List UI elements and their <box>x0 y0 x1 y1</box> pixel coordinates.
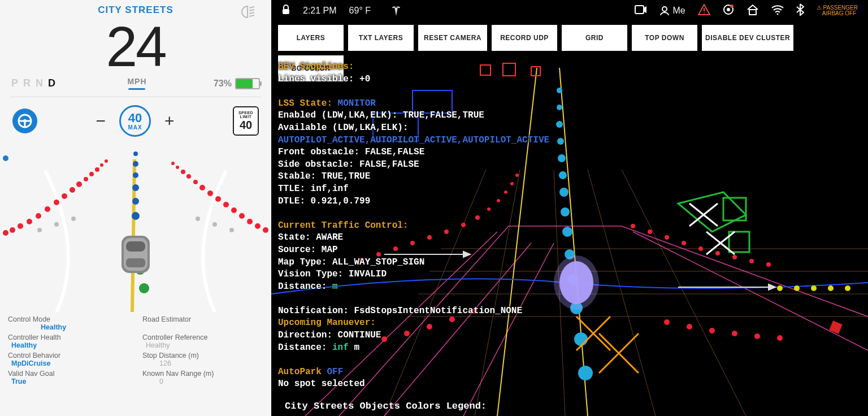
warning-icon[interactable] <box>698 4 710 18</box>
lss-state-header: LSS State: <box>278 98 332 109</box>
svg-point-130 <box>794 285 800 291</box>
autopark-header: AutoPark <box>278 367 327 377</box>
speed-limit-sign: SPEED LIMIT 40 <box>233 106 259 136</box>
svg-point-49 <box>132 212 140 220</box>
svg-point-13 <box>36 213 41 219</box>
svg-point-14 <box>45 206 50 212</box>
svg-point-11 <box>18 223 23 229</box>
layers-button[interactable]: LAYERS <box>278 25 344 51</box>
svg-point-31 <box>207 190 213 196</box>
grid-button[interactable]: GRID <box>562 25 627 51</box>
maneuver-distance-key: Distance: <box>278 343 332 353</box>
airbag-warning: ⚠ PASSENGER AIRBAG OFF <box>817 5 858 16</box>
svg-point-10 <box>10 227 15 233</box>
svg-line-74 <box>588 170 656 416</box>
max-speed-indicator[interactable]: 40 MAX <box>119 105 151 137</box>
sentry-icon[interactable] <box>723 4 734 18</box>
dev-visualizer: 2:21 PM 69° F Me ⚠ PASSENGER AIRBAG OFF … <box>271 0 868 416</box>
svg-point-24 <box>263 227 268 233</box>
svg-rect-58 <box>635 6 644 14</box>
svg-line-2 <box>249 12 254 14</box>
status-bar: 2:21 PM 69° F Me ⚠ PASSENGER AIRBAG OFF <box>271 0 868 21</box>
bluetooth-icon[interactable] <box>796 3 804 18</box>
svg-rect-65 <box>749 10 756 15</box>
bev-stoplines-header: BEV Stoplines: <box>278 62 354 72</box>
svg-point-93 <box>665 235 669 240</box>
svg-point-66 <box>776 14 778 15</box>
record-udp-button[interactable]: RECORD UDP <box>492 25 557 51</box>
front-obstacle: Front obstacle: FALSE,FALSE <box>278 146 594 159</box>
profile-button[interactable]: Me <box>659 6 685 16</box>
stat-valid-nav-key: Valid Nav Goal <box>8 370 54 378</box>
reset-camera-button[interactable]: RESET CAMERA <box>418 25 487 51</box>
speed-limit-label-1: SPEED <box>238 111 253 115</box>
svg-point-64 <box>730 5 734 8</box>
svg-point-61 <box>704 12 705 14</box>
svg-point-15 <box>54 200 59 205</box>
svg-point-129 <box>777 285 783 291</box>
disable-dev-cluster-button[interactable]: DISABLE DEV CLUSTER <box>702 25 793 51</box>
svg-point-92 <box>648 229 652 234</box>
svg-point-108 <box>732 331 737 336</box>
svg-point-36 <box>176 166 179 169</box>
autosteer-icon[interactable] <box>12 109 37 133</box>
svg-line-1 <box>249 10 254 11</box>
svg-point-110 <box>777 335 783 341</box>
bev-lines-visible: Lines visible: +0 <box>278 73 594 86</box>
speed-increase-button[interactable]: + <box>164 111 175 131</box>
tc-distance-key: Distance: <box>278 281 332 292</box>
speed-decrease-button[interactable]: − <box>96 111 106 131</box>
svg-point-38 <box>37 228 42 232</box>
maneuver-distance-suffix: m <box>349 343 359 353</box>
svg-point-109 <box>754 333 760 339</box>
svg-point-42 <box>212 222 217 227</box>
stat-control-behavior-key: Control Behavior <box>8 352 60 359</box>
max-speed-label: MAX <box>128 124 142 131</box>
max-speed-value: 40 <box>128 112 142 124</box>
svg-point-22 <box>100 163 103 167</box>
svg-point-21 <box>95 167 99 172</box>
svg-point-18 <box>76 181 82 187</box>
svg-point-25 <box>255 223 261 229</box>
svg-point-46 <box>133 172 138 178</box>
top-down-button[interactable]: TOP DOWN <box>632 25 697 51</box>
stat-control-mode-value: Healthy <box>41 323 66 331</box>
tc-distance-suffix: m <box>332 281 338 292</box>
svg-point-34 <box>186 174 191 179</box>
stat-known-nav-key: Known Nav Range (m) <box>142 370 214 378</box>
stat-stop-distance-value: 126 <box>159 359 171 367</box>
lock-icon[interactable] <box>281 5 290 17</box>
svg-point-12 <box>27 219 32 224</box>
notification: Notification: FsdStopsIntentNotification… <box>278 305 594 318</box>
current-speed: 24 <box>0 18 271 75</box>
homelink-icon[interactable] <box>747 4 759 18</box>
gear-r: R <box>23 77 32 89</box>
txt-layers-button[interactable]: TXT LAYERS <box>348 25 414 51</box>
svg-point-39 <box>54 222 59 227</box>
wifi-icon[interactable] <box>771 5 784 17</box>
stat-control-behavior-value: MpDiCruise <box>11 359 50 367</box>
svg-point-91 <box>631 224 635 228</box>
svg-point-99 <box>766 262 771 267</box>
stat-valid-nav-value: True <box>11 378 26 385</box>
dtle: DTLE: 0.921,0.799 <box>278 196 594 208</box>
svg-point-19 <box>84 177 88 181</box>
autopark-value: OFF <box>327 367 343 377</box>
tc-vision-type: Vision Type: INVALID <box>278 268 594 281</box>
svg-point-95 <box>698 246 703 251</box>
dashcam-icon[interactable] <box>635 5 647 17</box>
drive-mode-label: CITY STREETS <box>0 5 271 16</box>
tc-map-type: Map Type: ALL_WAY_STOP_SIGN <box>278 257 594 269</box>
stat-road-estimator-key: Road Estimator <box>142 315 191 323</box>
speed-unit: MPH <box>127 77 146 86</box>
tc-state: State: AWARE <box>278 232 594 244</box>
stat-controller-health-key: Controller Health <box>8 333 61 341</box>
side-obstacle: Side obstacle: FALSE,FALSE <box>278 159 594 171</box>
svg-point-27 <box>239 213 245 219</box>
svg-point-30 <box>215 196 221 202</box>
svg-point-5 <box>23 119 27 123</box>
svg-rect-55 <box>126 241 145 252</box>
svg-point-107 <box>709 328 715 333</box>
svg-point-94 <box>682 241 686 245</box>
svg-point-51 <box>139 283 149 293</box>
